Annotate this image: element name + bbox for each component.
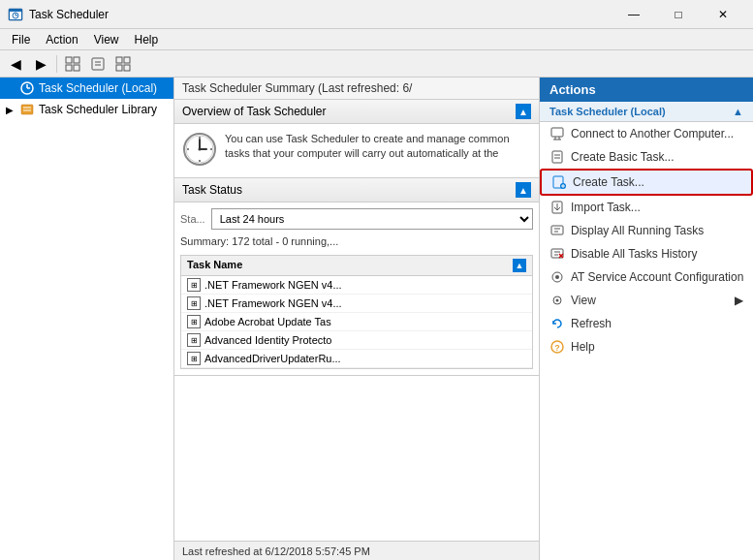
clock-icon	[182, 132, 217, 170]
actions-header: Actions	[540, 78, 753, 102]
back-button[interactable]: ◀	[4, 53, 27, 75]
task-status-section: Task Status ▲ Sta... Last 24 hours Last …	[174, 178, 539, 376]
window-title: Task Scheduler	[29, 8, 109, 21]
menu-bar: File Action View Help	[0, 29, 753, 50]
overview-header: Overview of Task Scheduler ▲	[174, 100, 539, 124]
refresh-timestamp: Last refreshed at 6/12/2018 5:57:45 PM	[182, 545, 370, 557]
center-scroll[interactable]: Overview of Task Scheduler ▲	[174, 100, 539, 541]
toolbar-btn-1[interactable]	[61, 53, 84, 75]
minimize-button[interactable]: —	[612, 0, 656, 29]
tree-item-library[interactable]: ▶ Task Scheduler Library	[0, 99, 173, 120]
toolbar-btn-2[interactable]	[86, 53, 110, 75]
svg-rect-9	[92, 58, 104, 70]
action-view[interactable]: View ▶	[540, 289, 753, 312]
actions-pane: Actions Task Scheduler (Local) ▲ Connect…	[540, 78, 753, 560]
task-checkbox-0: ⊞	[187, 278, 201, 292]
task-checkbox-4: ⊞	[187, 352, 201, 365]
title-bar: Task Scheduler — □ ✕	[0, 0, 753, 29]
library-icon	[19, 102, 35, 117]
actions-section-collapse-icon: ▲	[733, 106, 743, 117]
refresh-icon	[549, 316, 565, 331]
svg-rect-6	[74, 57, 79, 63]
svg-rect-5	[66, 57, 72, 63]
status-dropdown[interactable]: Last 24 hours Last hour Last week	[211, 208, 533, 230]
menu-file[interactable]: File	[4, 31, 38, 48]
forward-button[interactable]: ▶	[29, 53, 52, 75]
task-new-icon	[551, 174, 567, 190]
app-icon	[8, 7, 23, 22]
task-status-header: Task Status ▲	[174, 178, 539, 202]
import-icon	[549, 200, 565, 215]
svg-rect-7	[66, 65, 72, 71]
toolbar: ◀ ▶	[0, 50, 753, 78]
view-submenu-arrow: ▶	[735, 294, 743, 307]
svg-text:?: ?	[554, 343, 560, 353]
tree-item-local-label: Task Scheduler (Local)	[39, 81, 157, 95]
svg-rect-8	[74, 65, 79, 71]
svg-point-26	[199, 148, 202, 151]
action-connect[interactable]: Connect to Another Computer...	[540, 122, 753, 145]
maximize-button[interactable]: □	[656, 0, 701, 29]
task-status-content: Sta... Last 24 hours Last hour Last week…	[174, 202, 539, 375]
view-icon	[549, 293, 565, 308]
svg-rect-31	[551, 128, 563, 137]
action-refresh[interactable]: Refresh	[540, 312, 753, 335]
display-icon	[549, 223, 565, 238]
task-table: Task Name ▲ ⊞ .NET Framework NGEN v4... …	[180, 255, 533, 369]
task-basic-icon	[549, 149, 565, 165]
window-controls: — □ ✕	[612, 0, 745, 29]
actions-section-local-label: Task Scheduler (Local)	[549, 106, 666, 117]
task-row-3[interactable]: ⊞ Advanced Identity Protecto	[181, 331, 532, 350]
svg-rect-12	[116, 57, 122, 63]
menu-action[interactable]: Action	[38, 31, 85, 48]
task-row-1[interactable]: ⊞ .NET Framework NGEN v4...	[181, 295, 532, 313]
status-label: Sta...	[180, 213, 205, 225]
center-pane: Task Scheduler Summary (Last refreshed: …	[174, 78, 540, 560]
svg-rect-15	[124, 65, 130, 71]
task-table-scroll-up[interactable]: ▲	[513, 259, 526, 272]
svg-point-53	[555, 275, 559, 279]
svg-rect-44	[551, 226, 563, 234]
main-content: Task Scheduler (Local) ▶ Task Scheduler …	[0, 78, 753, 560]
svg-rect-13	[124, 57, 130, 63]
toolbar-btn-3[interactable]	[111, 53, 135, 75]
monitor-icon	[549, 126, 565, 141]
overview-collapse-btn[interactable]: ▲	[516, 104, 531, 119]
toolbar-separator-1	[56, 55, 57, 73]
svg-rect-14	[116, 65, 122, 71]
task-row-4[interactable]: ⊞ AdvancedDriverUpdaterRu...	[181, 350, 532, 368]
action-create-task[interactable]: Create Task...	[540, 169, 753, 196]
task-checkbox-3: ⊞	[187, 333, 201, 347]
task-status-collapse-btn[interactable]: ▲	[516, 182, 531, 198]
tree-item-local[interactable]: Task Scheduler (Local)	[0, 78, 173, 99]
menu-view[interactable]: View	[86, 31, 127, 48]
overview-description: You can use Task Scheduler to create and…	[225, 132, 531, 162]
status-filter-row: Sta... Last 24 hours Last hour Last week	[180, 208, 533, 230]
overview-title: Overview of Task Scheduler	[182, 105, 327, 118]
action-disable-history[interactable]: Disable All Tasks History	[540, 242, 753, 265]
overview-content: You can use Task Scheduler to create and…	[174, 124, 539, 177]
action-help[interactable]: ? Help	[540, 335, 753, 358]
task-checkbox-2: ⊞	[187, 315, 201, 328]
task-row-0[interactable]: ⊞ .NET Framework NGEN v4...	[181, 276, 532, 295]
action-import[interactable]: Import Task...	[540, 196, 753, 219]
config-icon	[549, 269, 565, 285]
svg-point-55	[556, 299, 559, 302]
expand-icon-library: ▶	[6, 105, 17, 115]
task-table-header: Task Name ▲	[181, 256, 532, 276]
task-row-2[interactable]: ⊞ Adobe Acrobat Update Tas	[181, 313, 532, 331]
action-display-running[interactable]: Display All Running Tasks	[540, 219, 753, 242]
summary-text: Summary: 172 total - 0 running,...	[180, 233, 533, 249]
close-button[interactable]: ✕	[701, 0, 745, 29]
center-header: Task Scheduler Summary (Last refreshed: …	[174, 78, 539, 100]
actions-section-local[interactable]: Task Scheduler (Local) ▲	[540, 102, 753, 122]
action-at-config[interactable]: AT Service Account Configuration	[540, 265, 753, 289]
center-footer: Last refreshed at 6/12/2018 5:57:45 PM	[174, 541, 539, 560]
disable-icon	[549, 246, 565, 262]
action-create-basic[interactable]: Create Basic Task...	[540, 145, 753, 169]
task-checkbox-1: ⊞	[187, 296, 201, 310]
task-status-title: Task Status	[182, 183, 242, 197]
scheduler-icon	[19, 80, 35, 96]
menu-help[interactable]: Help	[127, 31, 167, 48]
tree-item-library-label: Task Scheduler Library	[39, 103, 157, 116]
